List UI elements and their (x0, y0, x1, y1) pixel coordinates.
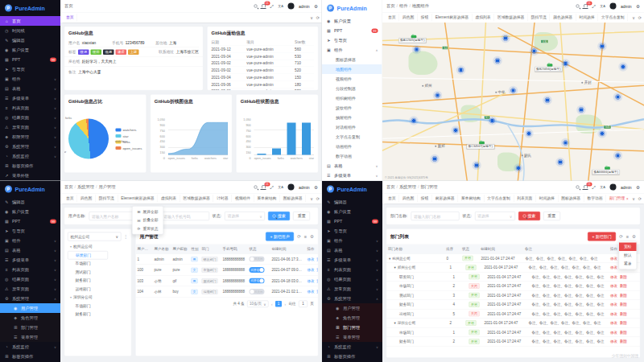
sidebar-item[interactable]: 分段控制器 (322, 84, 382, 93)
context-menu-item[interactable]: ⊞展开全部 (133, 208, 163, 216)
next-page-icon[interactable]: › (285, 302, 287, 306)
edit-link[interactable]: 修改 (308, 257, 315, 262)
search-button[interactable]: 搜索 (268, 212, 290, 220)
cluster-marker[interactable] (599, 130, 605, 137)
cluster-marker[interactable] (526, 130, 532, 137)
vehicle-marker[interactable]: 豫B23456(运输车) (547, 64, 553, 67)
sidebar-item[interactable]: ▤ 表格 ∨ (322, 161, 382, 171)
settings-icon[interactable]: ⚙ (636, 3, 640, 9)
cluster-marker[interactable] (458, 67, 464, 73)
sidebar-item[interactable]: ▣ 组件 ∨ (0, 236, 60, 245)
sidebar-item[interactable]: ▣ 组件 ∧ (322, 45, 382, 55)
page-tab[interactable]: 列表页面 (514, 195, 536, 203)
sidebar-item[interactable]: ◈ 角色管理 (322, 313, 382, 323)
status-select[interactable]: 请选择∨ (475, 212, 515, 220)
delete-link[interactable]: 删除 (620, 302, 627, 307)
tree-more-icon[interactable]: ⋮ (124, 234, 129, 240)
sidebar-item[interactable]: ◈ 角色管理 (0, 313, 60, 323)
sidebar-item[interactable]: ▦ PPT 99 (0, 55, 60, 64)
sidebar-item[interactable]: ☰ 多级菜单 ∨ (322, 171, 382, 180)
reset-button[interactable]: 重置 (543, 212, 560, 220)
refresh-icon[interactable]: ⟳ (316, 196, 320, 201)
page-tab[interactable]: 首页 (63, 14, 77, 22)
sidebar-item[interactable]: ⊞ 标签页操作 (0, 352, 60, 361)
sidebar-item[interactable]: ☰ 菜单管理 (322, 332, 382, 342)
reset-button[interactable]: 重置 (293, 212, 310, 220)
sidebar-item[interactable]: ◉ 账户设置 (0, 45, 60, 55)
tree-node[interactable]: 测试部门 (68, 268, 128, 277)
cluster-marker[interactable] (489, 117, 496, 124)
status-toggle[interactable]: 已开启 (250, 267, 265, 273)
close-icon[interactable]: × (626, 196, 629, 200)
status-select[interactable]: 请选择∨ (225, 212, 265, 220)
edit-link[interactable]: 修改 (610, 320, 617, 326)
sidebar-item[interactable]: 数字动画 (322, 151, 382, 161)
sidebar-item[interactable]: ☰ 多级菜单 ∨ (322, 255, 382, 265)
page-tab[interactable]: Element树形选择器 (432, 14, 473, 22)
sidebar-item[interactable]: ◉ 账户设置 (322, 16, 382, 26)
page-tab[interactable]: 图标选择器 (558, 195, 584, 203)
settings-icon[interactable]: ⚙ (636, 184, 640, 190)
breadcrumb-item[interactable]: 首页 (64, 3, 73, 9)
breadcrumb-item[interactable]: 地图组件 (409, 3, 428, 9)
edit-link[interactable]: 修改 (610, 339, 617, 344)
breadcrumb-item[interactable]: 系统管理 (397, 184, 416, 190)
app-logo[interactable]: PPureAdmin (322, 181, 382, 197)
page-tab[interactable]: 部门管理× (606, 195, 630, 203)
refresh-icon[interactable]: ⟳ (316, 15, 320, 20)
search-icon[interactable] (254, 5, 257, 8)
sidebar-item[interactable]: ▤ 表格 ∨ (0, 84, 60, 93)
view-link[interactable]: 查看 (316, 278, 318, 284)
page-tab[interactable]: Element树形选择器 (118, 195, 158, 203)
page-tab[interactable]: 时间选择 (576, 14, 598, 22)
cluster-marker[interactable] (411, 117, 417, 124)
page-tab[interactable]: 防抖节流 (96, 195, 118, 203)
notification-bell-icon[interactable]: 11 (584, 4, 588, 9)
breadcrumb-item[interactable]: 首页 (64, 184, 73, 190)
sidebar-item[interactable]: ▦ PPT 99 (322, 26, 382, 35)
settings-icon[interactable]: ⚙ (314, 184, 318, 190)
cluster-marker[interactable] (615, 153, 621, 159)
page-tab[interactable]: 防抖节流 (528, 14, 551, 22)
sidebar-item[interactable]: ▣ 组件 ∨ (322, 236, 382, 245)
caret-icon[interactable]: ▾ (394, 265, 396, 269)
fullscreen-icon[interactable]: ⤢ (592, 184, 595, 190)
context-menu-item[interactable]: ⟳重置状态 (133, 224, 163, 233)
page-tab[interactable]: 图标选择器 (280, 195, 306, 203)
page-tab[interactable]: 时间选择 (536, 195, 559, 203)
sidebar-item[interactable]: ◎ 结果页面 ∨ (0, 113, 60, 122)
caret-icon[interactable]: ▾ (389, 257, 390, 261)
page-size-select[interactable]: 10条/页∨ (247, 301, 269, 308)
breadcrumb-item[interactable]: 首页 (386, 184, 395, 190)
sidebar-item[interactable]: ≡ 列表页面 ∨ (0, 265, 60, 274)
cluster-marker[interactable] (599, 43, 605, 50)
edit-link[interactable]: 修改 (610, 265, 617, 270)
page-tab[interactable]: 四色图 (77, 195, 96, 203)
search-icon[interactable] (576, 186, 579, 189)
sidebar-item[interactable]: ↗ 菜单外链 (0, 171, 60, 180)
sidebar-item[interactable]: ☰ 多级菜单 ∨ (0, 93, 60, 103)
delete-link[interactable]: 删除 (620, 274, 627, 280)
page-tab[interactable]: 首页 (385, 195, 399, 203)
context-menu-item[interactable]: ⊟折叠全部 (133, 216, 163, 225)
density-menu-item[interactable]: 宽松 (619, 243, 637, 252)
page-tab[interactable]: 计时器 (213, 195, 232, 203)
sidebar-item[interactable]: ⚠ 异常页面 ∨ (0, 284, 60, 294)
edit-link[interactable]: 修改 (610, 302, 617, 307)
sidebar-item[interactable]: ▦ PPT 99 (322, 216, 382, 226)
current-page[interactable]: 1 (275, 301, 282, 307)
page-tab[interactable]: 四色图 (399, 195, 418, 203)
sidebar-item[interactable]: ⚙ 系统管理 ∧ (0, 294, 60, 303)
sidebar-item[interactable]: ➤ 引导页 (322, 226, 382, 236)
refresh-icon[interactable]: ⟳ (638, 196, 642, 201)
edit-link[interactable]: 修改 (610, 274, 617, 280)
sidebar-item[interactable]: ▣ 组件 ∨ (0, 74, 60, 84)
refresh-icon[interactable]: ⟳ (638, 15, 642, 20)
page-tab[interactable]: 菜单树结构 (254, 195, 279, 203)
sidebar-item[interactable]: ◈ 权限管理 ∨ (0, 132, 60, 142)
page-tab[interactable]: 按钮 (418, 14, 432, 22)
sidebar-item[interactable]: ◉ 用户管理 (0, 303, 60, 313)
edit-link[interactable]: 修改 (610, 283, 617, 289)
avatar[interactable] (287, 3, 294, 10)
sidebar-item[interactable]: ◷ 时间线 (0, 26, 60, 35)
